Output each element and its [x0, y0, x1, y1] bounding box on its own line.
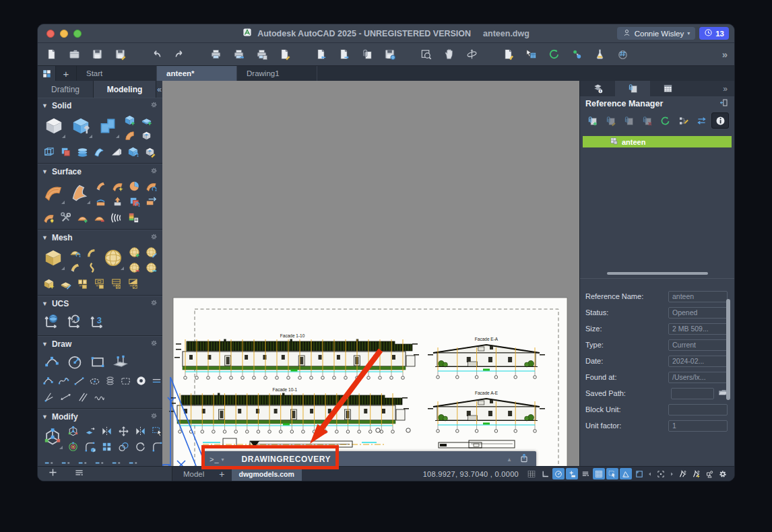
- polysolid-icon[interactable]: [123, 113, 137, 127]
- maximize-button[interactable]: [73, 30, 82, 38]
- undo-button[interactable]: [150, 48, 163, 61]
- command-history-caret[interactable]: ▾: [222, 457, 224, 463]
- helix-icon[interactable]: [104, 374, 117, 388]
- ray-icon[interactable]: [42, 390, 56, 404]
- viewport-control-toggle[interactable]: [633, 468, 645, 479]
- presspull-icon[interactable]: [96, 113, 120, 139]
- render-button[interactable]: [593, 48, 606, 61]
- command-expand-icon[interactable]: ▲: [507, 457, 512, 463]
- copy-icon[interactable]: [117, 440, 131, 454]
- clipped-tool-1-icon[interactable]: [42, 456, 56, 466]
- save-to-web-button[interactable]: [383, 48, 396, 61]
- extrude-icon[interactable]: [69, 113, 93, 139]
- analysis-zebra-icon[interactable]: [109, 211, 123, 225]
- mesh-crease-icon[interactable]: [144, 261, 158, 275]
- field-value[interactable]: 2 MB 509...: [668, 323, 728, 335]
- 3d-align-icon[interactable]: [126, 145, 140, 159]
- trial-timer-badge[interactable]: 13: [699, 27, 729, 40]
- palette-list-button[interactable]: [73, 467, 85, 481]
- plot-style-button[interactable]: [278, 48, 291, 61]
- clip-reference-button[interactable]: [602, 113, 618, 128]
- mesh-edge-icon[interactable]: [68, 261, 82, 275]
- drawing-canvas[interactable]: Facade 1-10Facade E-AFacade 10-1Facade A…: [162, 81, 579, 466]
- angle-snap-toggle[interactable]: [620, 468, 632, 479]
- panel-splitter[interactable]: [580, 269, 734, 278]
- collapse-triangle-icon[interactable]: ▼: [42, 300, 48, 307]
- surf-fillet-icon[interactable]: [127, 179, 141, 193]
- rectangle-icon[interactable]: [88, 352, 108, 372]
- 3d-move-icon[interactable]: [66, 424, 80, 438]
- unload-reference-button[interactable]: [620, 113, 637, 128]
- orbit-button[interactable]: [465, 48, 478, 61]
- field-value[interactable]: Opened: [668, 307, 728, 319]
- surf-sculpt2-icon[interactable]: [127, 195, 141, 209]
- customization-toggle[interactable]: [717, 468, 729, 479]
- surf-loft-icon[interactable]: [68, 179, 92, 205]
- section-gear-icon[interactable]: [150, 232, 158, 243]
- point-style-button[interactable]: [570, 48, 583, 61]
- page-setup-button[interactable]: [255, 48, 268, 61]
- 3d-gizmo-icon[interactable]: [42, 424, 63, 450]
- surf-blend-icon[interactable]: [94, 179, 108, 193]
- mesh-wave-icon[interactable]: [85, 261, 99, 275]
- pan-button[interactable]: [442, 48, 455, 61]
- 3d-wireframe-icon[interactable]: [42, 145, 56, 159]
- redo-button[interactable]: [172, 48, 186, 61]
- section-gear-icon[interactable]: [150, 339, 158, 350]
- zoom-window-button[interactable]: [419, 48, 432, 61]
- section-gear-icon[interactable]: [150, 298, 158, 309]
- auto-hide-pin-icon[interactable]: [719, 98, 729, 110]
- new-drawing-button[interactable]: [44, 48, 58, 61]
- stretch-icon[interactable]: [83, 424, 97, 438]
- collapse-triangle-icon[interactable]: ▼: [42, 413, 48, 420]
- construction-line-icon[interactable]: [59, 390, 73, 404]
- compare-reference-button[interactable]: [693, 113, 709, 128]
- file-tab-drawing1[interactable]: Drawing1: [237, 66, 317, 81]
- interfere-icon[interactable]: [59, 145, 73, 159]
- collapse-triangle-icon[interactable]: ▼: [42, 168, 48, 175]
- surf-network-icon[interactable]: [42, 179, 65, 205]
- ucs-z-rotate-icon[interactable]: x: [65, 311, 85, 331]
- new-tab-button[interactable]: +: [56, 66, 77, 81]
- revision-cloud-icon[interactable]: [92, 390, 106, 404]
- annotation-visibility-toggle[interactable]: [676, 468, 688, 479]
- arc-3point-icon[interactable]: [42, 374, 55, 388]
- surf-trim-icon[interactable]: [144, 195, 158, 209]
- ortho-mode-toggle[interactable]: [539, 468, 551, 479]
- field-value[interactable]: anteen: [668, 291, 728, 302]
- collapse-triangle-icon[interactable]: ▼: [42, 341, 48, 347]
- fillet-edge-icon[interactable]: [123, 129, 137, 143]
- palette-tab-drafting[interactable]: Drafting: [38, 81, 94, 98]
- tool-edit-button[interactable]: [501, 48, 515, 61]
- parallel-icon[interactable]: [75, 390, 90, 404]
- mesh-smooth-object-icon[interactable]: [42, 277, 56, 291]
- ucs-world-icon[interactable]: [42, 311, 62, 331]
- convert-prism-icon[interactable]: [109, 277, 123, 291]
- fillet-edge-2-icon[interactable]: [83, 440, 97, 454]
- model-paper-toggle-toggle[interactable]: [525, 468, 538, 479]
- minimize-button[interactable]: [60, 30, 68, 38]
- palette-collapse-button[interactable]: «: [156, 81, 162, 98]
- shell-icon[interactable]: [139, 129, 154, 143]
- clipped-tool-3-icon[interactable]: [75, 456, 90, 466]
- tab-layer-states[interactable]: i: [580, 81, 615, 96]
- circle-icon[interactable]: [65, 352, 85, 372]
- rotate-icon[interactable]: [133, 440, 148, 454]
- smooth-less-icon[interactable]: [127, 261, 141, 275]
- slice-icon[interactable]: [75, 145, 90, 159]
- split-face-icon[interactable]: [59, 277, 73, 291]
- surf-offset-icon[interactable]: [94, 195, 108, 209]
- sweep-icon[interactable]: [92, 145, 106, 159]
- annotation-scale-toggle[interactable]: [703, 468, 715, 479]
- tab-sheet-set[interactable]: [650, 81, 685, 96]
- cycle-left-toggle[interactable]: [647, 468, 653, 479]
- analysis-swatch-icon[interactable]: [126, 211, 140, 225]
- cv-remove-icon[interactable]: [92, 211, 106, 225]
- hatch-display-toggle[interactable]: [593, 468, 605, 479]
- fillet-icon[interactable]: [150, 440, 162, 454]
- field-value[interactable]: /Users/lx...: [668, 372, 728, 383]
- planar-surface-icon[interactable]: [110, 352, 131, 372]
- command-input[interactable]: DRAWINGRECOVERY: [242, 455, 331, 464]
- share-icon[interactable]: [519, 453, 529, 466]
- close-button[interactable]: [46, 30, 55, 38]
